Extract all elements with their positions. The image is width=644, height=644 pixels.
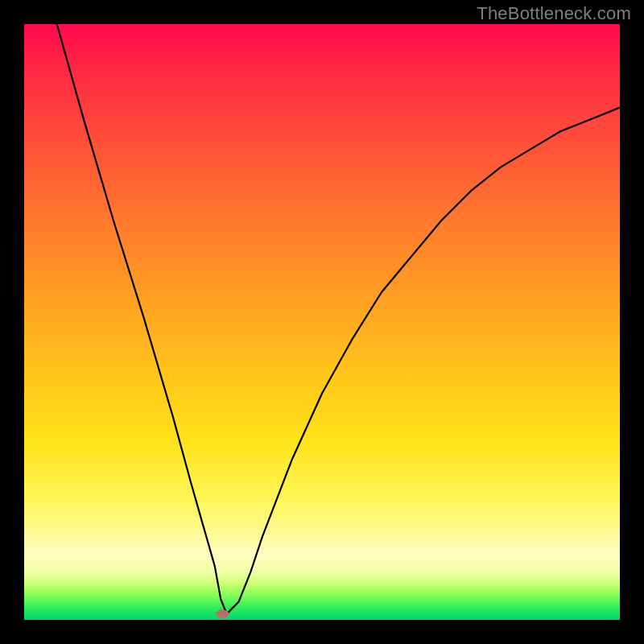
bottleneck-curve-path <box>57 24 620 614</box>
chart-container: TheBottleneck.com <box>0 0 644 644</box>
watermark-text: TheBottleneck.com <box>477 3 631 24</box>
plot-area <box>24 24 620 620</box>
curve-layer <box>24 24 620 620</box>
minimum-marker <box>216 610 229 618</box>
